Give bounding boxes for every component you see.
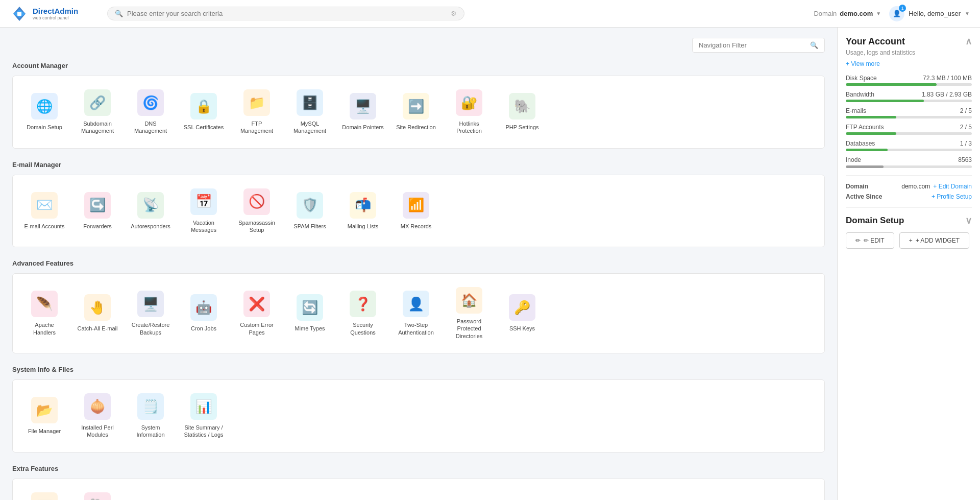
icon-item-system_information[interactable]: 🗒️System Information xyxy=(125,386,176,446)
add-widget-icon: + xyxy=(909,237,913,244)
stat-value: 2 / 5 xyxy=(960,124,972,131)
icon-item-email_accounts[interactable]: ✉️E-mail Accounts xyxy=(19,181,70,241)
domain-label: Domain xyxy=(814,10,837,17)
icon-box-mysql_mgmt: 🗄️ xyxy=(297,89,323,116)
section-title-extra_features: Extra Features xyxy=(12,465,825,472)
icon-box-forwarders: ↪️ xyxy=(84,192,111,219)
icon-box-ftp_mgmt: 📁 xyxy=(243,89,270,116)
add-widget-label: + ADD WIDGET xyxy=(916,237,960,244)
icon-item-webmail[interactable]: 📧Webmail xyxy=(19,485,70,500)
logo-name: DirectAdmin xyxy=(33,7,78,15)
icon-label-site_redirect: Site Redirection xyxy=(396,124,436,131)
inode-label: Inode xyxy=(846,156,861,163)
search-input[interactable] xyxy=(127,10,451,17)
domain-selector[interactable]: Domain demo.com ▼ xyxy=(814,10,881,17)
icon-item-site_summary[interactable]: 📊Site Summary / Statistics / Logs xyxy=(178,386,229,446)
icon-item-php_settings[interactable]: 🐘PHP Settings xyxy=(497,82,548,142)
icon-item-mime_types[interactable]: 🔄Mime Types xyxy=(284,280,335,347)
section-advanced_features: Advanced Features🪶Apache Handlers🤚Catch-… xyxy=(12,259,825,353)
view-more-link[interactable]: + View more xyxy=(846,60,972,67)
chevron-down-icon: ▼ xyxy=(876,11,881,16)
user-info[interactable]: 👤 1 Hello, demo_user ▼ xyxy=(889,6,970,21)
icon-item-mailing_lists[interactable]: 📬Mailing Lists xyxy=(337,181,388,241)
icon-item-vacation_msg[interactable]: 📅Vacation Messages xyxy=(178,181,229,241)
icon-box-system_information: 🗒️ xyxy=(137,393,164,420)
svg-rect-2 xyxy=(17,12,21,16)
icon-box-domain_pointers: 🖥️ xyxy=(350,93,376,120)
icon-box-cron_jobs: 🤖 xyxy=(190,294,217,321)
icon-box-email_accounts: ✉️ xyxy=(31,192,58,219)
icon-item-perl_modules[interactable]: 🧅Installed Perl Modules xyxy=(72,386,123,446)
icon-item-domain_pointers[interactable]: 🖥️Domain Pointers xyxy=(337,82,388,142)
icon-item-mysql_mgmt[interactable]: 🗄️MySQL Management xyxy=(284,82,335,142)
icon-label-apache_handlers: Apache Handlers xyxy=(23,321,66,336)
icon-item-apache_handlers[interactable]: 🪶Apache Handlers xyxy=(19,280,70,347)
icon-item-spamassassin[interactable]: 🚫Spamassassin Setup xyxy=(231,181,282,241)
add-widget-button[interactable]: + + ADD WIDGET xyxy=(899,232,969,249)
icon-item-ssh_keys[interactable]: 🔑SSH Keys xyxy=(497,280,548,347)
icon-item-spam_filters[interactable]: 🛡️SPAM Filters xyxy=(284,181,335,241)
edit-button[interactable]: ✏ ✏ EDIT xyxy=(846,232,894,249)
section-account_manager: Account Manager🌐Domain Setup🔗Subdomain M… xyxy=(12,62,825,149)
header-right: Domain demo.com ▼ 👤 1 Hello, demo_user ▼ xyxy=(814,6,970,21)
icon-item-subdomain_mgmt[interactable]: 🔗Subdomain Management xyxy=(72,82,123,142)
icon-label-system_information: System Information xyxy=(129,424,172,439)
icon-item-hotlinks_protect[interactable]: 🔐Hotlinks Protection xyxy=(444,82,495,142)
icon-item-security_questions[interactable]: ❓Security Questions xyxy=(337,280,388,347)
stat-bar xyxy=(846,83,972,86)
icon-item-mx_records[interactable]: 📶MX Records xyxy=(390,181,442,241)
search-bar[interactable]: 🔍 ⚙ xyxy=(107,7,464,20)
icon-box-dns_mgmt: 🌀 xyxy=(137,89,164,116)
icon-label-domain_pointers: Domain Pointers xyxy=(342,124,383,131)
stat-value: 1 / 3 xyxy=(960,140,972,147)
domain-setup-collapse-icon[interactable]: ∨ xyxy=(965,215,972,226)
icon-item-site_redirect[interactable]: ➡️Site Redirection xyxy=(390,82,442,142)
icon-item-create_restore[interactable]: 🖥️Create/Restore Backups xyxy=(125,280,176,347)
directadmin-logo-icon xyxy=(10,5,29,23)
icon-item-domain_setup[interactable]: 🌐Domain Setup xyxy=(19,82,70,142)
icon-box-ssh_keys: 🔑 xyxy=(509,294,535,321)
search-icon: 🔍 xyxy=(115,10,123,17)
active-since-label: Active Since xyxy=(846,193,882,200)
icon-item-ftp_mgmt[interactable]: 📁FTP Management xyxy=(231,82,282,142)
icon-item-dns_mgmt[interactable]: 🌀DNS Management xyxy=(125,82,176,142)
stat-label: Disk Space xyxy=(846,75,877,82)
stat-bar xyxy=(846,132,972,135)
icon-label-catch_all_email: Catch-All E-mail xyxy=(78,325,118,332)
nav-filter-input[interactable] xyxy=(699,41,810,49)
domain-info-domain: demo.com xyxy=(901,183,930,190)
stat-label-row: Disk Space72.3 MB / 100 MB xyxy=(846,75,972,82)
icon-box-security_questions: ❓ xyxy=(350,291,376,317)
profile-setup-link[interactable]: + Profile Setup xyxy=(932,193,972,200)
icon-item-autoresponders[interactable]: 📡Autoresponders xyxy=(125,181,176,241)
collapse-icon[interactable]: ∧ xyxy=(965,36,972,47)
icon-item-password_dirs[interactable]: 🏠Password Protected Directories xyxy=(444,280,495,347)
nav-filter-container[interactable]: 🔍 xyxy=(692,38,825,53)
section-email_manager: E-mail Manager✉️E-mail Accounts↪️Forward… xyxy=(12,161,825,248)
icon-item-custom_error[interactable]: ❌Custom Error Pages xyxy=(231,280,282,347)
logo: DirectAdmin web control panel xyxy=(10,5,92,23)
content-area: 🔍 Account Manager🌐Domain Setup🔗Subdomain… xyxy=(0,28,837,500)
icon-box-hotlinks_protect: 🔐 xyxy=(456,89,482,116)
icon-item-two_step_auth[interactable]: 👤Two-Step Authentication xyxy=(390,280,442,347)
icon-label-subdomain_mgmt: Subdomain Management xyxy=(76,120,119,135)
icon-item-forwarders[interactable]: ↪️Forwarders xyxy=(72,181,123,241)
stat-label-row: E-mails2 / 5 xyxy=(846,107,972,114)
gear-icon[interactable]: ⚙ xyxy=(451,10,457,17)
avatar: 👤 1 xyxy=(889,6,904,21)
icon-label-dns_mgmt: DNS Management xyxy=(129,120,172,135)
main-header: DirectAdmin web control panel 🔍 ⚙ Domain… xyxy=(0,0,980,28)
section-title-email_manager: E-mail Manager xyxy=(12,161,825,169)
icon-label-mailing_lists: Mailing Lists xyxy=(348,223,379,230)
icon-item-ssl_cert[interactable]: 🔒SSL Certificates xyxy=(178,82,229,142)
icon-grid-extra_features: 📧Webmail🐘phpMyAdmin xyxy=(12,479,825,500)
icon-item-file_manager[interactable]: 📂File Manager xyxy=(19,386,70,446)
icon-box-phpmyadmin: 🐘 xyxy=(84,492,111,500)
icon-item-catch_all_email[interactable]: 🤚Catch-All E-mail xyxy=(72,280,123,347)
icon-box-file_manager: 📂 xyxy=(31,397,58,423)
icon-item-phpmyadmin[interactable]: 🐘phpMyAdmin xyxy=(72,485,123,500)
icon-label-domain_setup: Domain Setup xyxy=(27,124,62,131)
icon-item-cron_jobs[interactable]: 🤖Cron Jobs xyxy=(178,280,229,347)
your-account-title: Your Account ∧ xyxy=(846,36,972,47)
edit-domain-link[interactable]: + Edit Domain xyxy=(933,183,972,190)
